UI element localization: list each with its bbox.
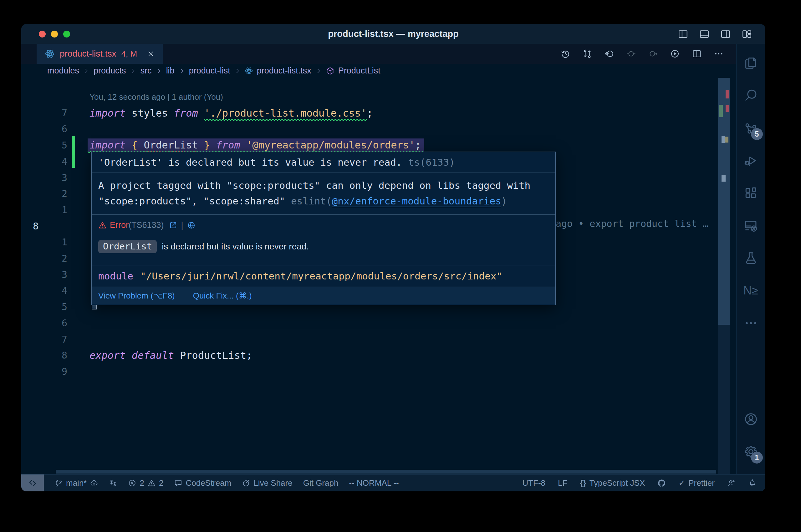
layout-panel-icon bbox=[699, 29, 710, 39]
history-button[interactable] bbox=[560, 49, 570, 59]
vim-mode-indicator[interactable]: -- NORMAL -- bbox=[349, 478, 399, 488]
nx-rule-link[interactable]: @nx/enforce-module-boundaries bbox=[332, 195, 501, 207]
more-button[interactable] bbox=[736, 307, 765, 339]
compare-changes-button[interactable] bbox=[582, 49, 592, 59]
history-icon bbox=[560, 49, 570, 59]
next-change-button[interactable] bbox=[648, 49, 658, 59]
previous-change-button[interactable] bbox=[626, 49, 636, 59]
line-number: 9 bbox=[21, 363, 67, 380]
layout-controls bbox=[678, 29, 765, 39]
testing-button[interactable] bbox=[736, 242, 765, 274]
breadcrumb-lib[interactable]: lib bbox=[166, 66, 175, 76]
remote-explorer-button[interactable] bbox=[736, 209, 765, 242]
layout-panel-button[interactable] bbox=[699, 29, 710, 39]
search-button[interactable] bbox=[736, 79, 765, 112]
chevron-right-icon bbox=[130, 68, 137, 74]
layout-customize-button[interactable] bbox=[742, 29, 752, 39]
layout-sidebar-left-button[interactable] bbox=[678, 29, 688, 39]
warnings-icon bbox=[147, 479, 156, 487]
minimize-window-button[interactable] bbox=[51, 31, 58, 38]
selection-mark bbox=[722, 175, 726, 182]
view-problem-button[interactable]: View Problem (⌥F8) bbox=[98, 291, 175, 301]
notifications-button[interactable] bbox=[748, 479, 757, 487]
breadcrumb-file[interactable]: product-list.tsx bbox=[257, 66, 311, 76]
navigate-back-button[interactable] bbox=[604, 49, 614, 59]
breadcrumb: modules products src lib product-list pr… bbox=[21, 64, 736, 78]
run-debug-button[interactable] bbox=[736, 145, 765, 177]
codestream-button[interactable]: CodeStream bbox=[174, 478, 231, 488]
split-editor-button[interactable] bbox=[692, 49, 702, 59]
publish-changes-icon bbox=[90, 479, 98, 487]
code-token: OrderList bbox=[144, 139, 198, 151]
editor-actions bbox=[560, 44, 736, 64]
breadcrumb-symbol[interactable]: ProductList bbox=[338, 66, 381, 76]
git-refs-button[interactable] bbox=[109, 479, 117, 487]
problems-status-button[interactable]: 2 2 bbox=[128, 478, 163, 488]
remote-indicator-button[interactable] bbox=[21, 474, 44, 491]
settings-badge: 1 bbox=[751, 452, 763, 463]
window-title: product-list.tsx — myreactapp bbox=[21, 29, 765, 39]
react-icon bbox=[245, 66, 253, 75]
live-share-contacts-button[interactable] bbox=[727, 479, 735, 487]
chevron-right-icon bbox=[315, 68, 322, 74]
diagnostic-eslint-message: A project tagged with "scope:products" c… bbox=[92, 173, 556, 214]
code-line-export-default[interactable]: export default ProductList; bbox=[90, 347, 252, 363]
tab-product-list[interactable]: product-list.tsx 4, M bbox=[37, 44, 163, 64]
code-token: './product-list.module.css' bbox=[204, 107, 367, 119]
account-icon bbox=[744, 412, 758, 426]
highlighted-import-line[interactable]: import { OrderList } from '@myreactapp/m… bbox=[88, 138, 424, 152]
branch-status-button[interactable]: main* bbox=[54, 478, 98, 488]
code-token bbox=[198, 107, 204, 119]
breadcrumb-src[interactable]: src bbox=[141, 66, 152, 76]
modified-mark bbox=[719, 105, 723, 117]
tooltip-actions: View Problem (⌥F8) Quick Fix... (⌘.) bbox=[92, 287, 556, 305]
encoding-button[interactable]: UTF-8 bbox=[522, 478, 545, 488]
language-mode-button[interactable]: {} TypeScript JSX bbox=[580, 478, 645, 488]
external-link-icon[interactable] bbox=[169, 221, 177, 229]
navigate-back-icon bbox=[604, 49, 614, 59]
line-number: 6 bbox=[21, 121, 67, 137]
warning-mark bbox=[725, 137, 728, 142]
globe-icon[interactable] bbox=[187, 221, 196, 229]
run-file-button[interactable] bbox=[670, 49, 680, 59]
more-actions-button[interactable] bbox=[714, 49, 724, 59]
breadcrumb-product-list[interactable]: product-list bbox=[189, 66, 230, 76]
prettier-button[interactable]: ✓ Prettier bbox=[678, 478, 715, 488]
files-button[interactable] bbox=[736, 47, 765, 79]
breadcrumb-modules[interactable]: modules bbox=[47, 66, 79, 76]
line-number: 3 bbox=[21, 267, 67, 283]
code-token: ; bbox=[367, 107, 372, 119]
settings-button[interactable]: 1 bbox=[736, 435, 765, 468]
source-control-button[interactable]: 5 bbox=[736, 112, 765, 145]
github-button[interactable] bbox=[657, 479, 666, 487]
code-line-import-orderlist[interactable]: import { OrderList } from '@myreactapp/m… bbox=[90, 137, 424, 153]
code-token: from bbox=[174, 107, 198, 119]
horizontal-scrollbar-slider[interactable] bbox=[56, 470, 716, 474]
warning-count: 2 bbox=[159, 478, 163, 488]
close-tab-icon[interactable] bbox=[147, 50, 154, 58]
branch-name: main* bbox=[66, 478, 87, 488]
error-message-text: is declared but its value is never read. bbox=[162, 242, 309, 252]
remote-explorer-icon bbox=[744, 218, 758, 233]
quick-fix-button[interactable]: Quick Fix... (⌘.) bbox=[193, 291, 252, 301]
code-editor[interactable]: 76543218123456789 You, 12 seconds ago | … bbox=[21, 78, 736, 474]
close-window-button[interactable] bbox=[39, 31, 46, 38]
git-graph-button[interactable]: Git Graph bbox=[303, 478, 339, 488]
symbol-chip: OrderList bbox=[98, 240, 157, 253]
nx-console-button[interactable]: N≥ bbox=[736, 274, 765, 307]
eol-button[interactable]: LF bbox=[558, 478, 567, 488]
zoom-window-button[interactable] bbox=[63, 31, 70, 38]
layout-customize-icon bbox=[742, 29, 752, 39]
code-token: ; bbox=[415, 139, 421, 151]
tooltip-resize-handle[interactable] bbox=[92, 305, 97, 309]
screenshot-stage: product-list.tsx — myreactapp product-li… bbox=[0, 0, 801, 532]
account-button[interactable] bbox=[736, 403, 765, 435]
code-token: } bbox=[204, 139, 210, 151]
breadcrumb-products[interactable]: products bbox=[94, 66, 126, 76]
live-share-button[interactable]: Live Share bbox=[242, 478, 292, 488]
extensions-button[interactable] bbox=[736, 177, 765, 209]
error-hover-tooltip: 'OrderList' is declared but its value is… bbox=[91, 152, 556, 305]
layout-sidebar-right-button[interactable] bbox=[720, 29, 731, 39]
tab-label: product-list.tsx bbox=[60, 49, 116, 59]
code-line-import-styles[interactable]: import styles from './product-list.modul… bbox=[90, 105, 372, 121]
